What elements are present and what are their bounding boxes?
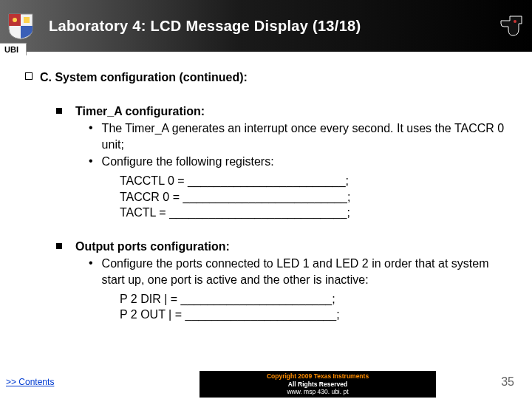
- copyright-line-2: All Rights Reserved: [202, 381, 433, 388]
- copyright-line-3: www. msp 430. ubi. pt: [202, 388, 433, 395]
- ti-logo-icon: [499, 13, 525, 38]
- square-bullet-icon: [56, 243, 62, 249]
- timer-block-content: Timer_A configuration: • The Timer_A gen…: [75, 103, 511, 221]
- timer-bullet-1-text: The Timer_A generates an interrupt once …: [102, 120, 511, 152]
- timer-reg-line-1: TACCTL 0 = ________________________;: [120, 173, 511, 189]
- copyright-box: Copyright 2009 Texas Instruments All Rig…: [200, 371, 436, 398]
- timer-block: Timer_A configuration: • The Timer_A gen…: [56, 103, 511, 221]
- contents-link[interactable]: >> Contents: [6, 377, 54, 387]
- svg-point-2: [514, 20, 516, 23]
- copyright-line-1: Copyright 2009 Texas Instruments: [202, 372, 433, 380]
- output-bullet-1-text: Configure the ports connected to LED 1 a…: [102, 256, 511, 287]
- svg-rect-1: [24, 17, 30, 23]
- slide-body: C. System configuration (continued): Tim…: [0, 52, 532, 323]
- dot-bullet-icon: •: [89, 120, 93, 136]
- output-block-content: Output ports configuration: • Configure …: [75, 239, 511, 323]
- output-bullet-1: • Configure the ports connected to LED 1…: [89, 256, 511, 287]
- square-bullet-icon: [56, 108, 62, 114]
- slide-footer: >> Contents Copyright 2009 Texas Instrum…: [0, 372, 532, 399]
- output-reg-line-1: P 2 DIR | = _______________________;: [120, 291, 511, 307]
- timer-bullet-2: • Configure the following registers:: [89, 154, 511, 170]
- timer-register-lines: TACCTL 0 = ________________________; TAC…: [120, 173, 511, 221]
- slide-title: Laboratory 4: LCD Message Display (13/18…: [49, 18, 361, 35]
- dot-bullet-icon: •: [89, 256, 93, 271]
- slide-header: Laboratory 4: LCD Message Display (13/18…: [0, 0, 532, 52]
- svg-point-0: [13, 18, 17, 22]
- ubi-crest-icon: [6, 11, 35, 41]
- section-heading: C. System configuration (continued):: [40, 69, 248, 86]
- output-block: Output ports configuration: • Configure …: [56, 239, 511, 323]
- ubi-tab: UBI: [0, 43, 27, 55]
- square-outline-bullet-icon: [25, 72, 33, 80]
- section-heading-row: C. System configuration (continued):: [25, 69, 511, 86]
- output-block-title: Output ports configuration:: [75, 239, 511, 255]
- page-number: 35: [501, 375, 514, 389]
- output-reg-line-2: P 2 OUT | = _______________________;: [120, 307, 511, 323]
- dot-bullet-icon: •: [89, 154, 93, 169]
- output-register-lines: P 2 DIR | = _______________________; P 2…: [120, 291, 511, 323]
- timer-reg-line-3: TACTL = ___________________________;: [120, 205, 511, 221]
- timer-bullet-1: • The Timer_A generates an interrupt onc…: [89, 120, 511, 152]
- timer-bullet-2-text: Configure the following registers:: [102, 154, 511, 170]
- timer-block-title: Timer_A configuration:: [75, 103, 511, 120]
- timer-reg-line-2: TACCR 0 = _________________________;: [120, 189, 511, 205]
- slide: Laboratory 4: LCD Message Display (13/18…: [0, 0, 532, 399]
